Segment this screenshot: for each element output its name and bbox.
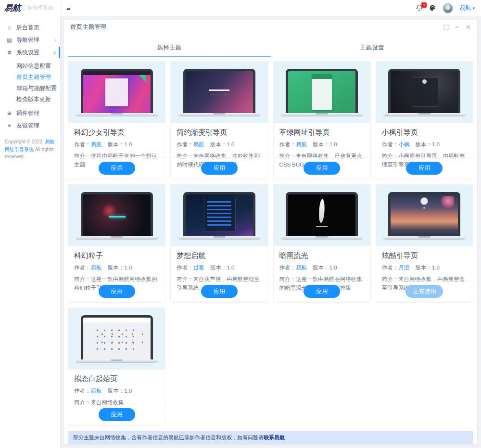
theme-card: 炫酷引导页 作者：月澄 版本：1.0 简介：来自网络收集，由易航整理至引导系统并…: [376, 184, 473, 303]
apply-theme-button[interactable]: 正在使用: [405, 285, 443, 298]
user-avatar[interactable]: [443, 3, 453, 13]
theme-author-link[interactable]: 易航: [296, 141, 307, 147]
theme-author-link[interactable]: 易航: [193, 141, 204, 147]
app-root: 易航 后台管理系统 ⌂ 后台首页 ▤ 导航管理 › ⚙ 系统设置 ∨ 网站信息配…: [0, 0, 481, 448]
theme-card-body: 简约渐变引导页 作者：易航 版本：1.0 简介：来自网络收集，这款收集到的时候代…: [171, 123, 267, 157]
laptop-screen: [81, 192, 153, 236]
version-label: 版本：: [108, 265, 125, 270]
theme-meta: 作者：过客 版本：1.0: [177, 264, 262, 271]
theme-card-footer: 应用: [274, 157, 370, 179]
theme-preview: [288, 71, 355, 113]
close-icon[interactable]: [466, 25, 471, 30]
version-label: 版本：: [108, 141, 125, 147]
link-icon: ⚭: [6, 123, 13, 129]
sidebar-item-dashboard[interactable]: ⌂ 后台首页: [0, 21, 60, 34]
theme-meta: 作者：易航 版本：1.0: [74, 264, 159, 271]
tab-select-theme[interactable]: 选择主题: [68, 39, 271, 57]
notification-bell-button[interactable]: 1: [416, 4, 423, 12]
footer-note-text: 部分主题来自网络收集，含有作者信息的易航已添加作者信息和版权，如有问题请: [73, 435, 264, 440]
author-label: 作者：: [279, 141, 296, 147]
theme-meta: 作者：易航 版本：1.0: [177, 141, 262, 148]
theme-card-footer: 应用: [68, 157, 165, 179]
main-area: ≡ 1 易航 ▾ 首页主题管理: [60, 0, 481, 448]
sidebar-item-nav-management[interactable]: ▤ 导航管理 ›: [0, 34, 60, 46]
laptop-screen: [286, 192, 358, 236]
theme-thumbnail: [68, 185, 165, 246]
sidebar-item-label: 友链管理: [16, 122, 39, 130]
theme-version: 1.0: [124, 388, 132, 394]
panel-header: 首页主题管理: [64, 20, 477, 35]
theme-card: 科幻粒子 作者：易航 版本：1.0 简介：这是一款由易航网络收集的科幻粒子引导页…: [68, 184, 165, 303]
sidebar-item-home-theme-management[interactable]: 首页主题管理: [0, 72, 60, 83]
apply-theme-button[interactable]: 应用: [406, 162, 443, 175]
user-menu[interactable]: 易航 ▾: [459, 4, 475, 12]
theme-card-body: 科幻少女引导页 作者：易航 版本：1.0 简介：这是由易航开发的一个默认主题: [68, 123, 165, 157]
theme-author-link[interactable]: 小枫: [398, 141, 409, 147]
theme-preview: [391, 71, 458, 113]
panel-tabs: 选择主题 主题设置: [68, 39, 473, 57]
sidebar-item-plugin-management[interactable]: ⊞ 插件管理: [0, 107, 60, 119]
theme-thumbnail: [376, 185, 473, 246]
theme-name: 小枫引导页: [382, 128, 467, 137]
apply-theme-button[interactable]: 应用: [201, 162, 238, 175]
sidebar-item-label: 导航管理: [16, 36, 39, 44]
tab-theme-settings[interactable]: 主题设置: [271, 39, 474, 57]
theme-thumbnail: [376, 62, 473, 123]
version-label: 版本：: [210, 265, 227, 270]
theme-card: 梦想启航 作者：过客 版本：1.0 简介：来自葫芦侠，由易航整理至引导系统 应用: [170, 184, 268, 303]
sidebar-item-friend-links[interactable]: ⚭ 友链管理: [0, 119, 60, 132]
apply-theme-button[interactable]: 应用: [99, 408, 135, 421]
theme-author-link[interactable]: 过客: [193, 265, 204, 270]
sidebar-item-email-reminder-config[interactable]: 邮箱与提醒配置: [0, 83, 60, 94]
version-label: 版本：: [415, 141, 432, 147]
contact-link[interactable]: 联系易航: [264, 435, 285, 440]
theme-skin-button[interactable]: [429, 4, 436, 12]
hamburger-menu-icon[interactable]: ≡: [66, 4, 71, 12]
theme-author-link[interactable]: 易航: [91, 141, 102, 147]
sidebar-item-site-info-config[interactable]: 网站信息配置: [0, 61, 60, 72]
laptop-screen: [183, 69, 255, 113]
apply-theme-button[interactable]: 应用: [304, 162, 340, 175]
sidebar-item-system-settings[interactable]: ⚙ 系统设置 ∨: [0, 46, 60, 59]
author-label: 作者：: [279, 265, 296, 270]
apply-theme-button[interactable]: 应用: [201, 285, 238, 298]
theme-version: 1.0: [432, 265, 440, 270]
theme-card-footer: 应用: [274, 281, 370, 302]
author-label: 作者：: [382, 141, 399, 147]
theme-author-link[interactable]: 月澄: [398, 265, 409, 270]
laptop-base: [383, 113, 466, 116]
theme-author-link[interactable]: 易航: [91, 265, 102, 270]
version-label: 版本：: [415, 265, 432, 270]
content-area: 首页主题管理 选择主题 主题设置 科幻少女引导页: [60, 16, 481, 448]
theme-author-link[interactable]: 易航: [296, 265, 307, 270]
apply-theme-button[interactable]: 应用: [99, 285, 135, 298]
laptop-base: [76, 359, 158, 363]
theme-meta: 作者：易航 版本：1.0: [74, 387, 159, 395]
theme-preview: [83, 71, 151, 113]
collapse-icon[interactable]: [455, 25, 460, 30]
caret-down-icon: ▾: [472, 6, 475, 11]
author-label: 作者：: [177, 141, 193, 147]
theme-version: 1.0: [124, 141, 132, 147]
home-icon: ⌂: [6, 25, 13, 30]
theme-card-body: 拟态白起始页 作者：易航 版本：1.0 简介：来自网络收集: [68, 370, 165, 404]
theme-card-body: 萃绿网址引导页 作者：易航 版本：1.0 简介：来自网络收集，已修复重点CSS …: [274, 123, 370, 157]
theme-thumbnail: [274, 185, 370, 246]
theme-card-body: 小枫引导页 作者：小枫 版本：1.0 简介：小枫原创引导页，由易航整理至引导系统: [376, 123, 473, 157]
theme-grid: 科幻少女引导页 作者：易航 版本：1.0 简介：这是由易航开发的一个默认主题 应…: [64, 57, 477, 426]
fullscreen-icon[interactable]: [443, 25, 449, 30]
logo: 易航 后台管理系统: [0, 0, 60, 16]
author-label: 作者：: [74, 265, 91, 270]
version-label: 版本：: [210, 141, 227, 147]
theme-name: 科幻粒子: [74, 251, 159, 260]
sidebar-item-check-version-update[interactable]: 检查版本更新: [0, 94, 60, 105]
footer-note: 部分主题来自网络收集，含有作者信息的易航已添加作者信息和版权，如有问题请联系易航: [68, 431, 473, 444]
apply-theme-button[interactable]: 应用: [304, 285, 340, 298]
apply-theme-button[interactable]: 应用: [99, 162, 135, 175]
theme-meta: 作者：小枫 版本：1.0: [382, 141, 467, 148]
theme-thumbnail: [274, 62, 370, 123]
top-header: ≡ 1 易航 ▾: [60, 0, 481, 16]
theme-card-body: 科幻粒子 作者：易航 版本：1.0 简介：这是一款由易航网络收集的科幻粒子引导页: [68, 246, 165, 281]
theme-name: 拟态白起始页: [74, 374, 159, 384]
theme-author-link[interactable]: 易航: [91, 388, 102, 394]
